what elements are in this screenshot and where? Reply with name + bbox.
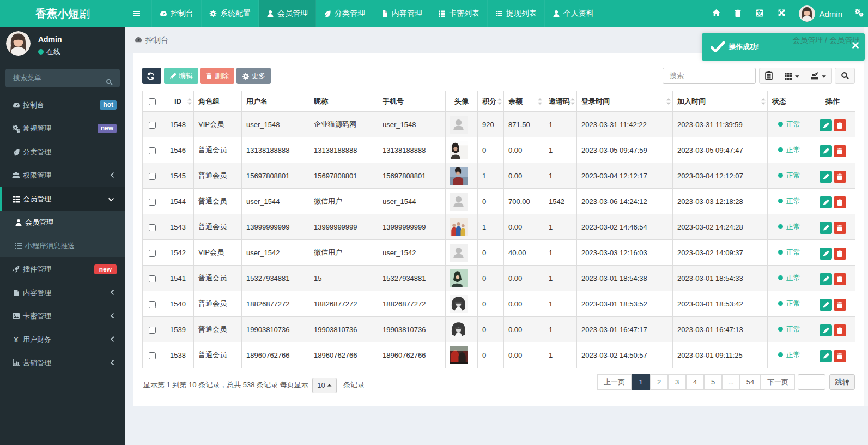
svg-text:文: 文 <box>756 10 763 16</box>
